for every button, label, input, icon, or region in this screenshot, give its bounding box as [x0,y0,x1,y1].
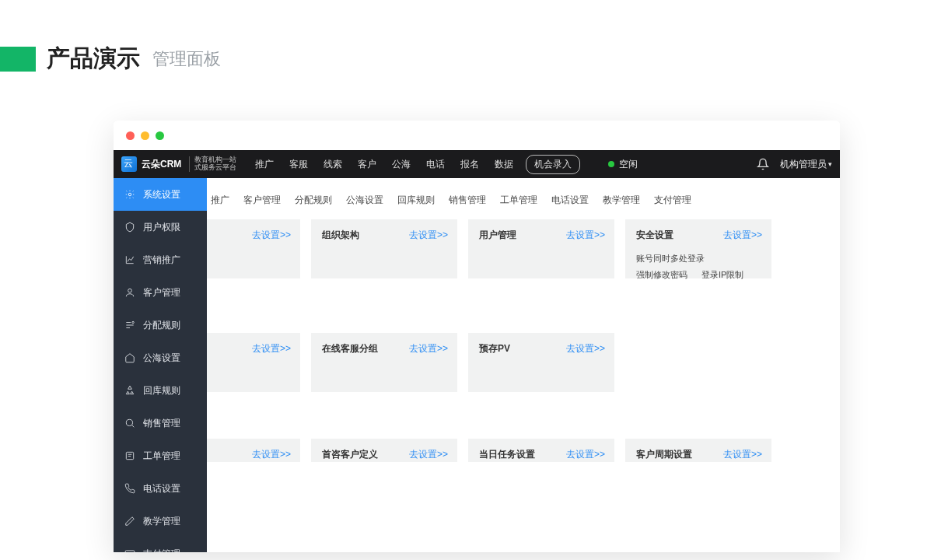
sidebar-item-label: 教学管理 [143,515,180,528]
app-window: 云朵CRM 教育机构一站 式服务云平台 推广 客服 线索 客户 公海 电话 报名… [114,121,840,552]
assign-icon [124,320,135,331]
tab-item[interactable]: 工单管理 [493,191,544,210]
card-user-management: 用户管理 去设置>> [468,219,614,278]
sidebar-item-user-permission[interactable]: 用户权限 [114,211,207,243]
go-settings-link[interactable]: 去设置>> [723,448,762,461]
traffic-lights [114,121,840,150]
content-area: 推广 客户管理 分配规则 公海设置 回库规则 销售管理 工单管理 电话设置 教学… [207,178,840,552]
nav-item[interactable]: 电话 [420,155,451,174]
go-settings-link[interactable]: 去设置>> [409,229,448,242]
go-settings-link[interactable]: 去设置>> [409,342,448,355]
sidebar-item-payment[interactable]: 支付管理 [114,537,207,552]
card-security-settings: 安全设置 去设置>> 账号同时多处登录 强制修改密码 登录IP限制 [625,219,771,278]
sales-icon [124,418,135,429]
logo-text: 云朵CRM [142,158,181,171]
card-sub-item: 账号同时多处登录 [636,253,705,264]
sidebar-item-label: 用户权限 [143,221,180,234]
sidebar-item-label: 销售管理 [143,417,180,430]
go-settings-link[interactable]: 去设置>> [566,342,605,355]
logo[interactable]: 云朵CRM 教育机构一站 式服务云平台 [120,156,243,172]
tab-item[interactable]: 教学管理 [596,191,647,210]
phone-icon [124,483,135,494]
go-settings-link[interactable]: 去设置>> [566,229,605,242]
topbar: 云朵CRM 教育机构一站 式服务云平台 推广 客服 线索 客户 公海 电话 报名… [114,150,840,178]
sidebar-item-customer[interactable]: 客户管理 [114,276,207,309]
chart-icon [124,254,135,265]
nav-item[interactable]: 线索 [317,155,348,174]
maximize-dot[interactable] [156,131,164,140]
tab-item[interactable]: 回库规则 [390,191,442,210]
bell-icon[interactable] [757,158,769,170]
page-subtitle: 管理面板 [152,47,221,71]
sidebar-item-ticket[interactable]: 工单管理 [114,439,207,472]
globe-icon [124,352,135,363]
card-org-structure: 组织架构 去设置>> [311,219,457,278]
svg-point-3 [126,419,132,425]
go-settings-link[interactable]: 去设置>> [252,342,291,355]
caret-down-icon: ▾ [828,160,832,168]
nav-item[interactable]: 推广 [249,155,280,174]
go-settings-link[interactable]: 去设置>> [252,448,291,461]
sidebar-item-return-rule[interactable]: 回库规则 [114,374,207,407]
go-settings-link[interactable]: 去设置>> [723,229,762,242]
nav-item[interactable]: 客户 [352,155,383,174]
tab-item[interactable]: 客户管理 [236,191,288,210]
tab-item[interactable]: 销售管理 [442,191,493,210]
go-settings-link[interactable]: 去设置>> [566,448,605,461]
edit-icon [124,516,135,527]
tab-item[interactable]: 电话设置 [544,191,596,210]
status-indicator[interactable]: 空闲 [608,158,638,171]
sidebar-item-system-settings[interactable]: 系统设置 [114,178,207,211]
sidebar-item-label: 支付管理 [143,548,180,553]
header-green-block [0,47,36,72]
tab-item[interactable]: 支付管理 [647,191,698,210]
card-prestored-pv: 预存PV 去设置>> [468,333,614,392]
recycle-icon [124,385,135,396]
card-online-group: 在线客服分组 去设置>> [311,333,457,392]
shield-icon [124,222,135,233]
svg-point-1 [128,289,132,292]
sidebar-item-pool[interactable]: 公海设置 [114,341,207,374]
user-menu[interactable]: 机构管理员 ▾ [780,158,832,171]
nav-item[interactable]: 公海 [386,155,417,174]
card-daily-task: 当日任务设置 去设置>> [468,439,614,462]
sidebar-item-sales[interactable]: 销售管理 [114,407,207,439]
top-nav: 推广 客服 线索 客户 公海 电话 报名 数据 [249,155,519,174]
tab-item[interactable]: 公海设置 [339,191,390,210]
sidebar-item-assign-rule[interactable]: 分配规则 [114,309,207,341]
ticket-icon [124,450,135,461]
minimize-dot[interactable] [141,131,149,140]
card: 去设置>> [207,333,300,392]
logo-subtext: 教育机构一站 式服务云平台 [189,156,236,172]
sidebar-item-label: 客户管理 [143,286,180,299]
go-settings-link[interactable]: 去设置>> [409,448,448,461]
subtabs: 推广 客户管理 分配规则 公海设置 回库规则 销售管理 工单管理 电话设置 教学… [207,178,840,219]
nav-item[interactable]: 报名 [454,155,485,174]
sidebar-item-label: 分配规则 [143,319,180,332]
nav-item[interactable]: 数据 [488,155,519,174]
sidebar-item-label: 回库规则 [143,384,180,397]
card-sub-item: 登录IP限制 [701,269,743,281]
sidebar-item-label: 电话设置 [143,482,180,495]
record-button[interactable]: 机会录入 [526,155,580,174]
go-settings-link[interactable]: 去设置>> [252,229,291,242]
logo-icon [121,156,137,172]
card: 去设置>> [207,439,300,462]
sidebar-item-label: 营销推广 [143,254,180,267]
sidebar-item-phone[interactable]: 电话设置 [114,472,207,505]
nav-item[interactable]: 客服 [283,155,314,174]
sidebar-item-teaching[interactable]: 教学管理 [114,505,207,537]
card-customer-cycle: 客户周期设置 去设置>> [625,439,771,462]
user-label: 机构管理员 [780,158,827,171]
sidebar-item-marketing[interactable]: 营销推广 [114,243,207,276]
sidebar-item-label: 公海设置 [143,352,180,365]
card: 去设置>> [207,219,300,278]
settings-icon [124,189,135,200]
tab-item[interactable]: 推广 [207,191,236,210]
close-dot[interactable] [126,131,135,140]
tab-item[interactable]: 分配规则 [288,191,339,210]
svg-point-2 [132,321,134,323]
card-icon [124,548,135,552]
status-dot-icon [608,161,614,167]
user-icon [124,287,135,298]
